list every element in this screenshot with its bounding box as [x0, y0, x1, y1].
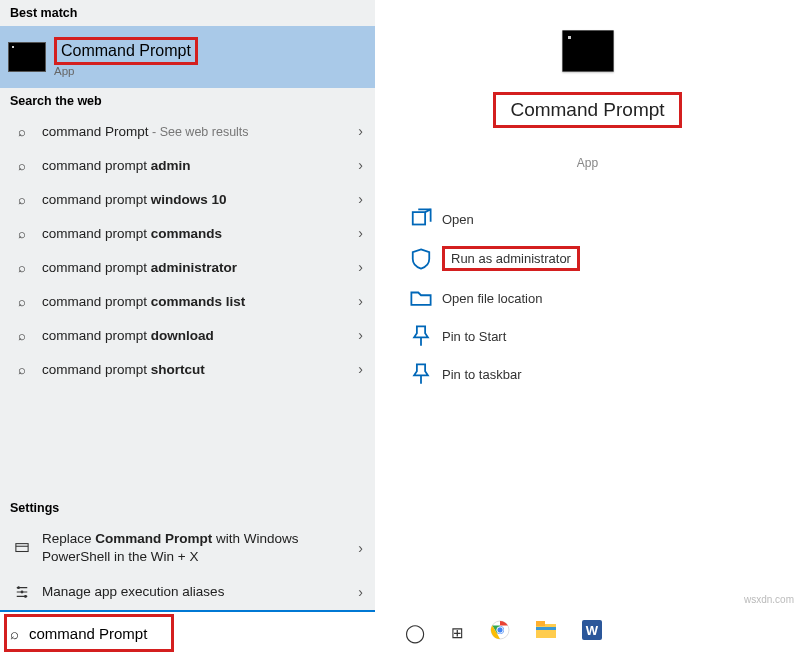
web-result-item[interactable]: ⌕command prompt commands list›: [0, 284, 375, 318]
best-match-header: Best match: [0, 0, 375, 26]
chevron-right-icon: ›: [358, 327, 363, 343]
search-box[interactable]: ⌕: [0, 610, 375, 655]
settings-header: Settings: [0, 495, 375, 521]
best-match-title: Command Prompt: [54, 37, 198, 65]
chevron-right-icon: ›: [358, 361, 363, 377]
detail-panel: Command Prompt App Open Run as administr…: [375, 0, 800, 610]
result-text: command prompt commands list: [42, 294, 358, 309]
web-result-item[interactable]: ⌕command prompt administrator›: [0, 250, 375, 284]
web-result-item[interactable]: ⌕command prompt admin›: [0, 148, 375, 182]
result-text: command prompt administrator: [42, 260, 358, 275]
search-icon: ⌕: [12, 124, 32, 139]
search-icon: ⌕: [12, 226, 32, 241]
pin-icon: [410, 325, 432, 347]
best-match-subtitle: App: [54, 65, 198, 77]
settings-text: Replace Command Prompt with Windows Powe…: [42, 530, 358, 565]
chevron-right-icon: ›: [358, 540, 363, 556]
search-icon: ⌕: [12, 328, 32, 343]
pin-to-taskbar-action[interactable]: Pin to taskbar: [410, 355, 800, 393]
file-explorer-icon[interactable]: [536, 621, 556, 644]
settings-item[interactable]: Manage app execution aliases›: [0, 574, 375, 610]
svg-point-3: [25, 596, 27, 598]
task-view-icon[interactable]: ⊞: [451, 624, 464, 642]
pin-icon: [410, 363, 432, 385]
settings-item-icon: [12, 541, 32, 555]
result-text: command prompt commands: [42, 226, 358, 241]
search-icon: ⌕: [10, 625, 19, 642]
action-label: Pin to taskbar: [442, 367, 522, 382]
taskbar-icons: ◯ ⊞ W: [375, 620, 602, 645]
shield-icon: [410, 248, 432, 270]
cmd-prompt-icon: [8, 42, 46, 72]
web-result-item[interactable]: ⌕command prompt download›: [0, 318, 375, 352]
action-label: Open: [442, 212, 474, 227]
settings-item-icon: [12, 585, 32, 599]
pin-to-start-action[interactable]: Pin to Start: [410, 317, 800, 355]
svg-rect-9: [536, 621, 545, 626]
chevron-right-icon: ›: [358, 293, 363, 309]
detail-title: Command Prompt: [493, 92, 681, 128]
search-results-panel: Best match Command Prompt App Search the…: [0, 0, 375, 610]
chevron-right-icon: ›: [358, 225, 363, 241]
search-input[interactable]: [29, 625, 365, 642]
cmd-prompt-icon: [562, 30, 614, 72]
result-text: command Prompt - See web results: [42, 124, 358, 139]
open-file-location-action[interactable]: Open file location: [410, 279, 800, 317]
result-text: command prompt windows 10: [42, 192, 358, 207]
chevron-right-icon: ›: [358, 584, 363, 600]
open-action[interactable]: Open: [410, 200, 800, 238]
search-icon: ⌕: [12, 192, 32, 207]
settings-list: Replace Command Prompt with Windows Powe…: [0, 521, 375, 610]
search-icon: ⌕: [12, 158, 32, 173]
svg-rect-10: [536, 627, 556, 630]
result-text: command prompt shortcut: [42, 362, 358, 377]
search-web-header: Search the web: [0, 88, 375, 114]
result-text: command prompt admin: [42, 158, 358, 173]
action-label: Open file location: [442, 291, 542, 306]
folder-icon: [410, 287, 432, 309]
web-result-item[interactable]: ⌕command prompt windows 10›: [0, 182, 375, 216]
web-result-item[interactable]: ⌕command prompt commands›: [0, 216, 375, 250]
chevron-right-icon: ›: [358, 123, 363, 139]
open-icon: [410, 208, 432, 230]
svg-rect-4: [413, 212, 425, 224]
chevron-right-icon: ›: [358, 157, 363, 173]
svg-rect-8: [536, 624, 556, 638]
svg-point-1: [18, 587, 20, 589]
web-result-item[interactable]: ⌕command prompt shortcut›: [0, 352, 375, 386]
action-label: Run as administrator: [442, 246, 580, 271]
settings-text: Manage app execution aliases: [42, 583, 358, 601]
search-icon: ⌕: [12, 260, 32, 275]
settings-item[interactable]: Replace Command Prompt with Windows Powe…: [0, 521, 375, 574]
chevron-right-icon: ›: [358, 191, 363, 207]
word-icon[interactable]: W: [582, 620, 602, 645]
web-result-item[interactable]: ⌕command Prompt - See web results›: [0, 114, 375, 148]
search-icon: ⌕: [12, 362, 32, 377]
taskbar: ⌕ ◯ ⊞ W: [0, 610, 800, 655]
action-label: Pin to Start: [442, 329, 506, 344]
watermark: wsxdn.com: [744, 594, 794, 605]
chrome-icon[interactable]: [490, 620, 510, 645]
search-icon: ⌕: [12, 294, 32, 309]
cortana-icon[interactable]: ◯: [405, 622, 425, 644]
svg-rect-0: [16, 544, 28, 552]
svg-point-7: [497, 627, 503, 633]
svg-point-2: [21, 591, 23, 593]
best-match-item[interactable]: Command Prompt App: [0, 26, 375, 88]
run-as-admin-action[interactable]: Run as administrator: [410, 238, 800, 279]
web-results-list: ⌕command Prompt - See web results›⌕comma…: [0, 114, 375, 495]
svg-text:W: W: [586, 623, 599, 638]
detail-subtitle: App: [375, 156, 800, 170]
chevron-right-icon: ›: [358, 259, 363, 275]
result-text: command prompt download: [42, 328, 358, 343]
